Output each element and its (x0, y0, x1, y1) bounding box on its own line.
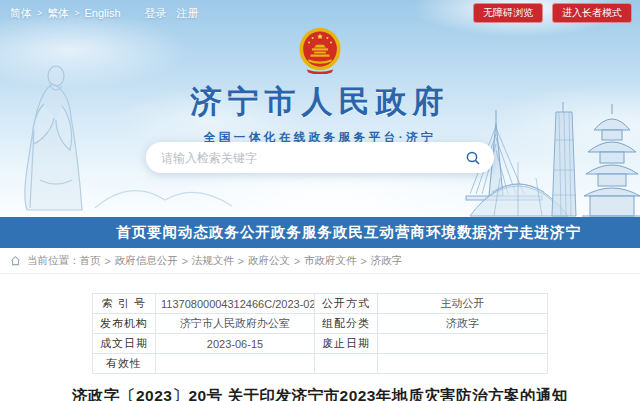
validity-value (156, 354, 315, 374)
empty-cell (315, 354, 378, 374)
index-number-label: 索 引 号 (93, 294, 156, 314)
issue-date-value: 2023-06-15 (156, 334, 315, 354)
separator: > (182, 255, 188, 267)
disclosure-method-value: 主动公开 (378, 294, 548, 314)
separator: > (37, 8, 42, 18)
register-link[interactable]: 注册 (177, 6, 199, 21)
index-number-value: 11370800004312466C/2023-02364 (156, 294, 315, 314)
nav-item-interaction[interactable]: 政民互动 (333, 223, 395, 242)
repeal-date-label: 废止日期 (315, 334, 378, 354)
document-title: 济政字〔2023〕20号 关于印发济宁市2023年地质灾害防治方案的通知 (20, 386, 620, 401)
breadcrumb-link-gov-info[interactable]: 政府信息公开 (115, 254, 178, 268)
separator: > (238, 255, 244, 267)
breadcrumb: 当前位置： 首页 > 政府信息公开 > 法规文件 > 政府公文 > 市政府文件 … (0, 248, 640, 274)
lang-english-link[interactable]: English (85, 7, 121, 19)
disclosure-method-label: 公开方式 (315, 294, 378, 314)
main-nav: 首页 要闻动态 政务公开 政务服务 政民互动 营商环境 数据济宁 走进济宁 (0, 217, 640, 248)
search-button[interactable] (465, 150, 481, 166)
nav-item-about[interactable]: 走进济宁 (519, 223, 581, 242)
breadcrumb-link-home[interactable]: 首页 (80, 254, 101, 268)
top-buttons: 无障碍浏览 进入长者模式 (464, 3, 632, 23)
top-utility-bar: 简体 > 繁体 > English 登录 注册 无障碍浏览 进入长者模式 (0, 0, 640, 24)
repeal-date-value (378, 334, 548, 354)
header-banner: 简体 > 繁体 > English 登录 注册 无障碍浏览 进入长者模式 (0, 0, 640, 217)
document-info-table: 索 引 号 11370800004312466C/2023-02364 公开方式… (92, 293, 548, 374)
lang-traditional-link[interactable]: 繁体 (47, 6, 69, 21)
table-row: 发布机构 济宁市人民政府办公室 组配分类 济政字 (93, 314, 548, 334)
separator: > (105, 255, 111, 267)
separator: > (361, 255, 367, 267)
issue-date-label: 成文日期 (93, 334, 156, 354)
nav-item-home[interactable]: 首页 (116, 223, 147, 242)
nav-item-gov-info[interactable]: 政务公开 (209, 223, 271, 242)
search-input[interactable] (159, 150, 465, 166)
national-emblem-icon (298, 27, 342, 74)
home-icon (10, 255, 21, 266)
breadcrumb-link-regulations[interactable]: 法规文件 (192, 254, 234, 268)
empty-cell (378, 354, 548, 374)
category-label: 组配分类 (315, 314, 378, 334)
site-title: 济宁市人民政府 (0, 81, 640, 123)
breadcrumb-link-gov-docs[interactable]: 政府公文 (248, 254, 290, 268)
page: 简体 > 繁体 > English 登录 注册 无障碍浏览 进入长者模式 (0, 0, 640, 401)
nav-item-data[interactable]: 数据济宁 (457, 223, 519, 242)
document-meta-section: 索 引 号 11370800004312466C/2023-02364 公开方式… (0, 293, 640, 401)
elder-mode-button[interactable]: 进入长者模式 (552, 3, 632, 23)
accessibility-button[interactable]: 无障碍浏览 (473, 3, 543, 23)
site-brand: 济宁市人民政府 全国一体化在线政务服务平台·济宁 (0, 27, 640, 145)
category-value: 济政字 (378, 314, 548, 334)
table-row: 成文日期 2023-06-15 废止日期 (93, 334, 548, 354)
lang-simplified-link[interactable]: 简体 (10, 6, 32, 21)
nav-item-business-env[interactable]: 营商环境 (395, 223, 457, 242)
separator: > (74, 8, 79, 18)
table-row: 有效性 (93, 354, 548, 374)
separator: > (294, 255, 300, 267)
breadcrumb-link-jizhengzi[interactable]: 济政字 (371, 254, 403, 268)
language-links: 简体 > 繁体 > English 登录 注册 (10, 6, 199, 21)
breadcrumb-link-city-docs[interactable]: 市政府文件 (304, 254, 357, 268)
nav-item-services[interactable]: 政务服务 (271, 223, 333, 242)
search-icon (465, 150, 481, 166)
validity-label: 有效性 (93, 354, 156, 374)
search-bar (146, 142, 494, 173)
issuing-agency-label: 发布机构 (93, 314, 156, 334)
login-link[interactable]: 登录 (145, 6, 167, 21)
table-row: 索 引 号 11370800004312466C/2023-02364 公开方式… (93, 294, 548, 314)
issuing-agency-value: 济宁市人民政府办公室 (156, 314, 315, 334)
breadcrumb-prefix: 当前位置： (27, 254, 80, 268)
nav-item-news[interactable]: 要闻动态 (147, 223, 209, 242)
